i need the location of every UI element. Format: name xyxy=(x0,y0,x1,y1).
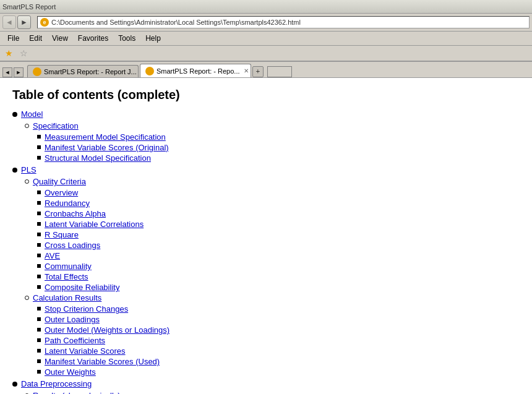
bullet-latent-variable-correlations xyxy=(37,222,41,226)
level3-path-coefficients: Path Coefficients xyxy=(37,336,520,345)
bullet-latent-variable-scores xyxy=(37,349,41,353)
toc-item-model: Model Specification Measurement Model Sp… xyxy=(12,109,520,163)
table-of-contents: Model Specification Measurement Model Sp… xyxy=(12,109,520,394)
link-outer-loadings[interactable]: Outer Loadings xyxy=(45,315,100,324)
nav-bar: ◄ ► e C:\Documents and Settings\Administ… xyxy=(0,14,532,32)
link-composite-reliability[interactable]: Composite Reliability xyxy=(45,283,119,292)
link-results-chrono[interactable]: Results (chronologically) xyxy=(33,391,121,394)
link-calculation-results[interactable]: Calculation Results xyxy=(33,293,101,302)
toc-list: Model Specification Measurement Model Sp… xyxy=(12,109,520,394)
link-measurement-model-spec[interactable]: Measurement Model Specification xyxy=(45,132,166,142)
tab-prev-button[interactable]: ◄ xyxy=(2,67,12,77)
toc-item-pls: PLS Quality Criteria Overview xyxy=(12,165,520,377)
menu-view[interactable]: View xyxy=(47,33,73,44)
bullet-path-coefficients xyxy=(37,338,41,342)
level3-composite-reliability: Composite Reliability xyxy=(37,283,520,292)
bullet-data-preprocessing xyxy=(12,382,17,387)
bullet-outer-model xyxy=(37,328,41,332)
level1-data-preprocessing: Data Preprocessing xyxy=(12,379,520,388)
calculation-results-children: Stop Criterion Changes Outer Loadings Ou… xyxy=(25,304,520,377)
bullet-ave xyxy=(37,254,41,257)
link-structural-model-spec[interactable]: Structural Model Specification xyxy=(45,153,151,163)
favorites-star-2[interactable]: ☆ xyxy=(17,47,30,59)
tab-right-area xyxy=(267,66,292,77)
level3-total-effects: Total Effects xyxy=(37,272,520,281)
level3-r-square: R Square xyxy=(37,230,520,239)
link-total-effects[interactable]: Total Effects xyxy=(45,272,88,281)
tab-2-close[interactable]: ✕ xyxy=(244,67,249,74)
favorites-star-1[interactable]: ★ xyxy=(2,47,15,59)
link-quality-criteria[interactable]: Quality Criteria xyxy=(33,177,86,186)
link-latent-variable-scores[interactable]: Latent Variable Scores xyxy=(45,346,126,356)
level3-manifest-variable-used: Manifest Variable Scores (Used) xyxy=(37,357,520,366)
bullet-total-effects xyxy=(37,275,41,278)
tab-1-icon xyxy=(33,67,41,76)
bullet-measurement-model-spec xyxy=(37,135,41,139)
tab-1-label: SmartPLS Report: - Report J... xyxy=(44,68,137,75)
level3-overview: Overview xyxy=(37,188,520,197)
page-content: Table of contents (complete) Model Speci… xyxy=(0,78,532,394)
link-ave[interactable]: AVE xyxy=(45,251,60,260)
menu-file[interactable]: File xyxy=(2,33,24,44)
level3-measurement-model-spec: Measurement Model Specification xyxy=(37,132,520,142)
level3-cross-loadings: Cross Loadings xyxy=(37,241,520,250)
pls-children: Quality Criteria Overview Redundancy xyxy=(12,177,520,377)
link-communality[interactable]: Communality xyxy=(45,262,92,271)
level3-latent-variable-scores: Latent Variable Scores xyxy=(37,346,520,356)
tab-2[interactable]: SmartPLS Report: - Repo... ✕ xyxy=(140,64,251,77)
tab-2-label: SmartPLS Report: - Repo... xyxy=(157,67,240,75)
level3-outer-model: Outer Model (Weights or Loadings) xyxy=(37,325,520,335)
tab-1[interactable]: SmartPLS Report: - Report J... xyxy=(27,65,139,77)
browser-chrome: SmartPLS Report ◄ ► e C:\Documents and S… xyxy=(0,0,532,78)
bullet-cross-loadings xyxy=(37,243,41,247)
link-data-preprocessing[interactable]: Data Preprocessing xyxy=(21,379,92,388)
bullet-cronbachs-alpha xyxy=(37,212,41,215)
menu-favorites[interactable]: Favorites xyxy=(73,33,113,44)
link-latent-variable-correlations[interactable]: Latent Variable Correlations xyxy=(45,220,144,229)
bullet-composite-reliability xyxy=(37,285,41,289)
link-cronbachs-alpha[interactable]: Cronbachs Alpha xyxy=(45,209,106,218)
bullet-structural-model-spec xyxy=(37,156,41,160)
tab-bar: ◄ ► SmartPLS Report: - Report J... Smart… xyxy=(0,62,532,77)
favorites-bar: ★ ☆ xyxy=(0,46,532,62)
link-cross-loadings[interactable]: Cross Loadings xyxy=(45,241,100,250)
level2-quality-criteria: Quality Criteria xyxy=(25,177,520,186)
link-specification[interactable]: Specification xyxy=(33,121,79,131)
link-manifest-variable-orig[interactable]: Manifest Variable Scores (Original) xyxy=(45,143,169,152)
level3-outer-weights: Outer Weights xyxy=(37,367,520,377)
forward-button[interactable]: ► xyxy=(17,15,31,29)
link-stop-criterion[interactable]: Stop Criterion Changes xyxy=(45,304,128,314)
link-r-square[interactable]: R Square xyxy=(45,230,79,239)
tab-next-button[interactable]: ► xyxy=(14,67,24,77)
menu-edit[interactable]: Edit xyxy=(24,33,47,44)
link-overview[interactable]: Overview xyxy=(45,188,78,197)
link-redundancy[interactable]: Redundancy xyxy=(45,199,90,208)
bullet-pls xyxy=(12,168,17,173)
bullet-redundancy xyxy=(37,201,41,205)
level3-communality: Communality xyxy=(37,262,520,271)
address-bar: e C:\Documents and Settings\Administrato… xyxy=(37,16,530,28)
data-preprocessing-children: Results (chronologically) Step 1 (Proces… xyxy=(12,391,520,394)
bullet-quality-criteria xyxy=(25,179,29,184)
link-pls[interactable]: PLS xyxy=(21,165,36,174)
bullet-r-square xyxy=(37,233,41,236)
bullet-model xyxy=(12,112,17,117)
level2-specification: Specification xyxy=(25,121,520,131)
menu-tools[interactable]: Tools xyxy=(113,33,140,44)
bullet-outer-loadings xyxy=(37,317,41,321)
address-text: C:\Documents and Settings\Administrator\… xyxy=(51,19,301,26)
toc-item-data-preprocessing: Data Preprocessing Results (chronologica… xyxy=(12,379,520,394)
back-button[interactable]: ◄ xyxy=(2,15,16,29)
menu-help[interactable]: Help xyxy=(140,33,166,44)
tab-switcher: ◄ ► xyxy=(2,67,24,77)
link-model[interactable]: Model xyxy=(21,109,43,119)
new-tab-button[interactable]: + xyxy=(252,66,264,77)
level3-redundancy: Redundancy xyxy=(37,199,520,208)
bullet-stop-criterion xyxy=(37,307,41,310)
link-path-coefficients[interactable]: Path Coefficients xyxy=(45,336,105,345)
link-outer-model[interactable]: Outer Model (Weights or Loadings) xyxy=(45,325,169,335)
link-outer-weights[interactable]: Outer Weights xyxy=(45,367,96,377)
level3-latent-variable-correlations: Latent Variable Correlations xyxy=(37,220,520,229)
link-manifest-variable-used[interactable]: Manifest Variable Scores (Used) xyxy=(45,357,160,366)
level1-model: Model xyxy=(12,109,520,119)
